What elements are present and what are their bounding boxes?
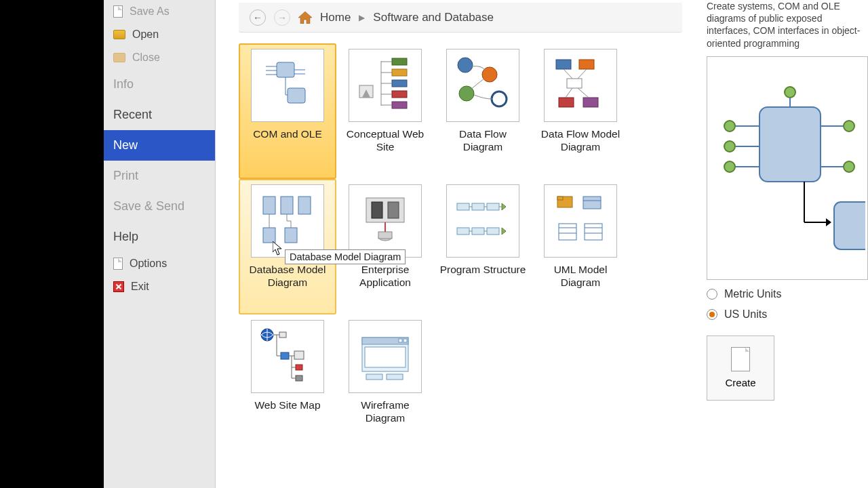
svg-rect-87	[365, 347, 406, 367]
sidebar-label: Save & Send	[113, 199, 184, 214]
svg-rect-49	[457, 203, 469, 210]
radio-selected-icon	[707, 309, 717, 320]
template-label: Data Flow Diagram	[439, 127, 526, 154]
sidebar-label: Exit	[131, 281, 149, 293]
create-label: Create	[725, 377, 755, 388]
create-button[interactable]: Create	[707, 336, 774, 401]
svg-line-31	[578, 69, 587, 79]
template-thumb	[349, 184, 422, 258]
template-label: Program Structure	[440, 263, 526, 276]
template-label: Database Model Diagram	[244, 263, 331, 289]
template-thumb	[251, 184, 324, 258]
template-label: Wireframe Diagram	[342, 399, 429, 425]
exit-icon	[113, 281, 124, 292]
folder-open-icon	[113, 30, 125, 39]
breadcrumb: ← → Home ▶ Software and Database	[239, 3, 682, 33]
main-area: ← → Home ▶ Software and Database COM and…	[216, 0, 703, 488]
svg-rect-12	[392, 69, 407, 76]
home-icon[interactable]	[298, 12, 312, 24]
template-program-structure[interactable]: Program Structure	[434, 179, 532, 314]
nav-back-button[interactable]: ←	[250, 9, 266, 26]
sidebar-recent[interactable]: Recent	[104, 100, 215, 130]
svg-rect-61	[557, 197, 563, 200]
svg-rect-37	[263, 228, 275, 243]
svg-rect-51	[487, 203, 499, 210]
svg-rect-75	[296, 375, 302, 381]
template-uml-model-diagram[interactable]: UML Model Diagram	[532, 179, 629, 314]
svg-point-97	[724, 161, 735, 172]
svg-rect-0	[277, 62, 294, 77]
breadcrumb-home[interactable]: Home	[320, 11, 351, 24]
template-label: UML Model Diagram	[537, 263, 624, 289]
template-description: Create systems, COM and OLE diagrams of …	[707, 0, 868, 49]
template-data-flow-diagram[interactable]: Data Flow Diagram	[434, 43, 532, 179]
svg-rect-1	[288, 88, 305, 103]
breadcrumb-current: Software and Database	[373, 11, 494, 24]
template-label: COM and OLE	[253, 127, 322, 140]
svg-rect-85	[399, 339, 402, 342]
svg-rect-34	[263, 197, 275, 214]
svg-rect-74	[296, 365, 302, 370]
units-us[interactable]: US Units	[707, 308, 868, 321]
svg-line-30	[564, 69, 572, 79]
svg-rect-64	[559, 224, 576, 240]
svg-rect-27	[567, 79, 582, 88]
sidebar-label: New	[113, 138, 138, 152]
template-label: Data Flow Model Diagram	[537, 127, 624, 154]
template-wireframe-diagram[interactable]: Wireframe Diagram	[336, 314, 434, 436]
svg-point-101	[844, 161, 854, 172]
sidebar-label: Print	[113, 169, 138, 183]
sidebar-save-send[interactable]: Save & Send	[104, 191, 215, 222]
sidebar-exit[interactable]: Exit	[104, 275, 215, 298]
units-metric[interactable]: Metric Units	[707, 288, 868, 300]
svg-point-93	[724, 121, 735, 131]
nav-forward-button[interactable]: →	[274, 9, 290, 26]
template-data-flow-model-diagram[interactable]: Data Flow Model Diagram	[532, 43, 629, 179]
svg-rect-11	[392, 58, 407, 65]
svg-rect-47	[378, 232, 392, 239]
svg-rect-73	[294, 351, 304, 359]
template-database-model-diagram[interactable]: Database Model Diagram Database Model Di…	[239, 179, 336, 314]
template-thumb	[446, 49, 519, 122]
svg-rect-35	[281, 197, 293, 214]
radio-icon	[707, 289, 717, 300]
sidebar-label: Help	[113, 230, 138, 244]
svg-rect-44	[372, 202, 382, 218]
template-enterprise-application[interactable]: Enterprise Application	[336, 179, 434, 314]
template-web-site-map[interactable]: Web Site Map	[239, 314, 336, 436]
video-letterbox	[0, 0, 104, 488]
sidebar-options[interactable]: Options	[104, 252, 215, 275]
svg-rect-28	[559, 98, 574, 107]
svg-rect-89	[387, 374, 403, 380]
svg-rect-53	[472, 228, 484, 235]
svg-rect-86	[403, 339, 407, 342]
svg-rect-54	[487, 228, 499, 235]
template-thumb	[349, 49, 422, 122]
backstage-sidebar: Save As Open Close Info Recent New Print…	[104, 0, 216, 488]
template-label: Conceptual Web Site	[342, 127, 429, 154]
template-com-and-ole[interactable]: COM and OLE	[239, 43, 336, 179]
units-label: US Units	[724, 308, 767, 321]
sidebar-help[interactable]: Help	[104, 222, 215, 252]
template-thumb	[544, 49, 617, 122]
svg-rect-105	[834, 202, 865, 249]
svg-point-91	[785, 87, 795, 98]
svg-line-32	[566, 88, 572, 98]
template-conceptual-web-site[interactable]: Conceptual Web Site	[336, 43, 434, 179]
sidebar-print[interactable]: Print	[104, 161, 215, 191]
svg-rect-52	[457, 228, 469, 235]
svg-rect-13	[392, 80, 407, 87]
sidebar-label: Info	[113, 77, 134, 92]
svg-rect-14	[392, 91, 407, 98]
sidebar-info[interactable]: Info	[104, 69, 215, 100]
sidebar-open[interactable]: Open	[104, 23, 215, 46]
svg-rect-45	[388, 202, 399, 218]
sidebar-new[interactable]: New	[104, 130, 215, 161]
sidebar-label: Options	[130, 258, 167, 270]
template-thumb	[251, 320, 324, 393]
svg-point-99	[844, 121, 854, 131]
svg-rect-26	[579, 60, 594, 69]
svg-rect-25	[556, 60, 571, 69]
svg-rect-29	[583, 98, 598, 107]
sidebar-label: Open	[132, 28, 159, 41]
